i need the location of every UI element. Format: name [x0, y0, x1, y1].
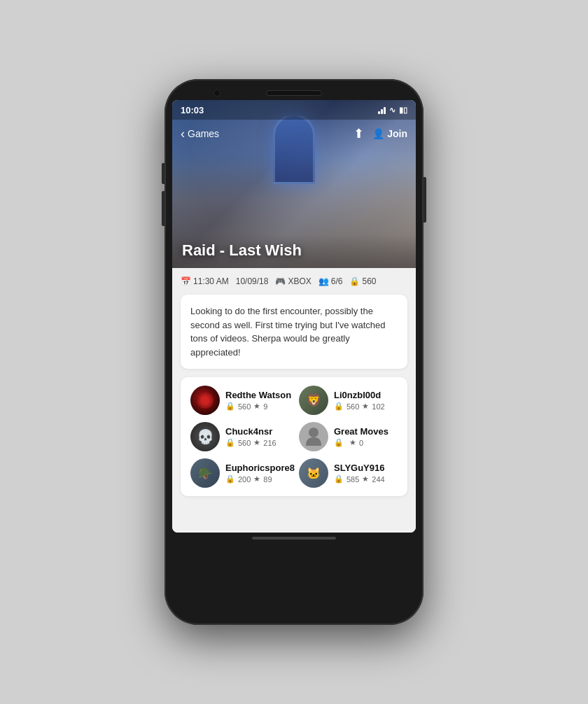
- list-item: 🐱 SLYGuY916 🔒 585 ★ 244: [299, 458, 398, 488]
- player-name: Euphoricspore8: [225, 463, 295, 473]
- player-name: Great Moves: [334, 426, 398, 437]
- meta-info-bar: 📅 11:30 AM 10/09/18 🎮 XBOX 👥 6/6 🔒 560: [181, 276, 407, 286]
- player-info: Euphoricspore8 🔒 200 ★ 89: [225, 463, 295, 484]
- lock-icon: 🔒: [225, 402, 235, 411]
- share-button[interactable]: ⬆: [354, 126, 364, 141]
- home-indicator: [252, 537, 336, 540]
- hero-image: ‹ Games ⬆ 👤 Join Raid - Last Wish: [172, 100, 416, 268]
- player-stats: 🔒 ★ 0: [334, 438, 398, 447]
- player-name: SLYGuY916: [334, 463, 398, 473]
- player-name: Li0nzbl00d: [334, 390, 398, 400]
- list-item: 💀 Chuck4nsr 🔒 560 ★ 216: [190, 422, 295, 451]
- player-score: 560: [346, 402, 359, 411]
- avatar: 💀: [190, 422, 220, 451]
- star-icon: ★: [253, 438, 260, 447]
- back-chevron-icon: ‹: [181, 127, 185, 140]
- player-info: SLYGuY916 🔒 585 ★ 244: [334, 463, 398, 484]
- player-score: 560: [238, 439, 251, 447]
- status-indicators: ∿ ▮▯: [378, 106, 407, 115]
- player-score: 560: [238, 402, 251, 411]
- player-stats: 🔒 200 ★ 89: [225, 474, 295, 484]
- player-info: Great Moves 🔒 ★ 0: [334, 426, 398, 447]
- meta-time: 📅 11:30 AM: [181, 276, 229, 286]
- join-button[interactable]: 👤 Join: [372, 128, 407, 139]
- player-name: Redthe Watson: [225, 390, 295, 400]
- svg-point-0: [309, 428, 318, 437]
- avatar: 🪖: [190, 458, 220, 488]
- battery-icon: ▮▯: [399, 106, 407, 115]
- players-card: Redthe Watson 🔒 560 ★ 9 🦁: [181, 377, 407, 496]
- list-item: 🪖 Euphoricspore8 🔒 200 ★ 89: [190, 458, 295, 488]
- phone-screen: 10:03 ∿ ▮▯ ‹ Games: [172, 100, 416, 533]
- nav-right-actions: ⬆ 👤 Join: [354, 126, 407, 141]
- player-stats: 🔒 560 ★ 102: [334, 402, 398, 411]
- players-grid: Redthe Watson 🔒 560 ★ 9 🦁: [190, 386, 398, 488]
- phone-top: [172, 90, 416, 96]
- star-icon: ★: [362, 474, 369, 484]
- score-icon: 🔒: [349, 276, 360, 286]
- side-button-power: [424, 177, 426, 223]
- person-silhouette-icon: [305, 426, 322, 447]
- lock-icon: 🔒: [334, 438, 344, 447]
- player-score: 200: [238, 475, 251, 484]
- avatar: [190, 386, 220, 415]
- calendar-icon: 📅: [181, 276, 191, 286]
- star-icon: ★: [362, 402, 369, 411]
- player-name: Chuck4nsr: [225, 426, 295, 437]
- players-icon: 👥: [318, 276, 329, 286]
- meta-score-value: 560: [362, 276, 376, 286]
- meta-platform: 🎮 XBOX: [275, 276, 311, 286]
- phone-shell: 10:03 ∿ ▮▯ ‹ Games: [164, 79, 424, 625]
- lock-icon: 🔒: [334, 402, 344, 411]
- meta-platform-value: XBOX: [288, 276, 311, 286]
- player-stats: 🔒 560 ★ 9: [225, 402, 295, 411]
- list-item: Great Moves 🔒 ★ 0: [299, 422, 398, 451]
- content-area[interactable]: 📅 11:30 AM 10/09/18 🎮 XBOX 👥 6/6 🔒 560: [172, 268, 416, 533]
- xbox-icon: 🎮: [275, 276, 286, 286]
- player-stars: 216: [263, 439, 276, 447]
- list-item: 🦁 Li0nzbl00d 🔒 560 ★ 102: [299, 386, 398, 415]
- player-info: Chuck4nsr 🔒 560 ★ 216: [225, 426, 295, 447]
- meta-players: 👥 6/6: [318, 276, 343, 286]
- list-item: Redthe Watson 🔒 560 ★ 9: [190, 386, 295, 415]
- description-card: Looking to do the first encounter, possi…: [181, 295, 407, 369]
- meta-date: 10/09/18: [236, 276, 269, 286]
- player-info: Li0nzbl00d 🔒 560 ★ 102: [334, 390, 398, 411]
- player-stats: 🔒 560 ★ 216: [225, 438, 295, 447]
- signal-icon: [378, 106, 386, 114]
- player-stars: 102: [372, 402, 384, 411]
- back-label: Games: [188, 128, 219, 139]
- join-person-icon: 👤: [372, 128, 384, 139]
- speaker-grille: [266, 90, 322, 96]
- player-stars: 9: [263, 402, 267, 411]
- meta-players-value: 6/6: [331, 276, 343, 286]
- player-info: Redthe Watson 🔒 560 ★ 9: [225, 390, 295, 411]
- star-icon: ★: [253, 402, 260, 411]
- front-camera: [214, 90, 220, 97]
- meta-score: 🔒 560: [349, 276, 376, 286]
- star-icon: ★: [253, 474, 260, 484]
- side-button-mute: [162, 163, 164, 184]
- join-label: Join: [387, 128, 407, 139]
- game-title: Raid - Last Wish: [182, 241, 302, 260]
- star-icon: ★: [349, 438, 356, 447]
- player-stars: 89: [263, 475, 272, 484]
- side-button-volume: [162, 191, 164, 226]
- meta-time-value: 11:30 AM: [193, 276, 229, 286]
- player-stars: 0: [359, 439, 363, 447]
- back-button[interactable]: ‹ Games: [181, 127, 219, 140]
- navigation-bar: ‹ Games ⬆ 👤 Join: [172, 120, 416, 148]
- avatar: [299, 422, 328, 451]
- player-stars: 244: [372, 475, 384, 484]
- lock-icon: 🔒: [225, 438, 235, 447]
- player-stats: 🔒 585 ★ 244: [334, 474, 398, 484]
- avatar: 🦁: [299, 386, 328, 415]
- lock-icon: 🔒: [334, 474, 344, 484]
- avatar: 🐱: [299, 458, 328, 488]
- lock-icon: 🔒: [225, 474, 235, 484]
- status-bar: 10:03 ∿ ▮▯: [172, 100, 416, 120]
- description-text: Looking to do the first encounter, possi…: [190, 304, 398, 359]
- player-score: 585: [346, 475, 359, 484]
- status-time: 10:03: [181, 105, 204, 115]
- wifi-icon: ∿: [389, 106, 396, 115]
